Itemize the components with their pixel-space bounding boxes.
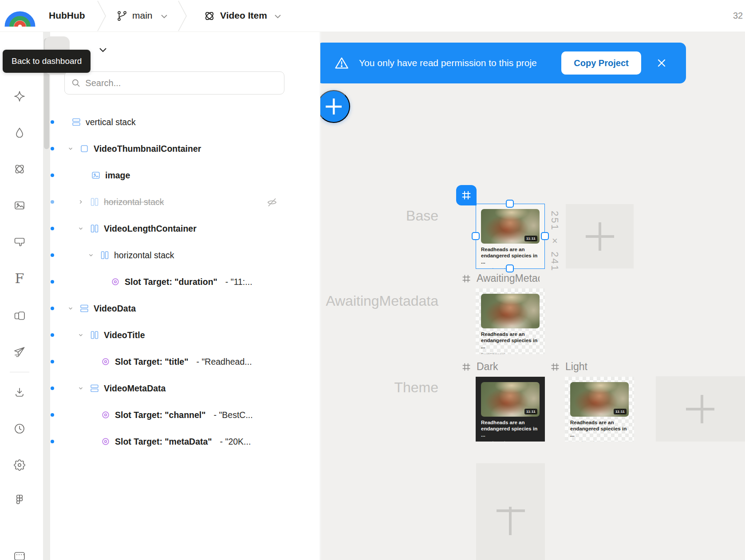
horizontal-stack-icon bbox=[89, 223, 100, 234]
breadcrumb-component[interactable]: Video Item bbox=[220, 10, 267, 21]
variant-card-awaitingmetadata[interactable]: Readheads are anendangered spiecies in .… bbox=[476, 288, 545, 354]
copy-project-button[interactable]: Copy Project bbox=[561, 51, 641, 75]
override-dot bbox=[51, 333, 54, 337]
layer-row-slot-channel[interactable]: Slot Target: "channel" - "BestC... bbox=[0, 402, 320, 428]
layer-row-slot-metadata[interactable]: Slot Target: "metaData" - "20K... bbox=[0, 428, 320, 455]
layer-row-videometadata[interactable]: VideoMetaData bbox=[0, 375, 320, 402]
component-icon bbox=[203, 10, 216, 24]
resize-handle-left[interactable] bbox=[472, 232, 480, 240]
layer-row-image[interactable]: image bbox=[0, 162, 320, 189]
close-icon[interactable] bbox=[652, 53, 671, 73]
override-dot bbox=[51, 120, 54, 124]
override-dot bbox=[51, 307, 54, 310]
duration-badge: 11:11 bbox=[524, 409, 537, 414]
layer-label: VideoThumbnailContainer bbox=[94, 144, 201, 154]
override-dot bbox=[51, 147, 54, 150]
resize-handle-bottom[interactable] bbox=[506, 264, 514, 272]
chevron-down-icon[interactable] bbox=[78, 385, 89, 391]
canvas-row-label-theme: Theme bbox=[394, 379, 438, 396]
banner-message: You only have read permission to this pr… bbox=[359, 58, 560, 68]
override-dot bbox=[51, 386, 54, 390]
warning-icon bbox=[334, 55, 349, 71]
chevron-down-icon[interactable] bbox=[161, 14, 168, 19]
add-variant-tile[interactable] bbox=[656, 376, 745, 442]
search-input[interactable] bbox=[85, 78, 278, 88]
frame-caption-light[interactable]: Light bbox=[550, 361, 587, 373]
layer-row-slot-title[interactable]: Slot Target: "title" - "Readhead... bbox=[0, 348, 320, 375]
chevron-down-icon[interactable] bbox=[274, 14, 281, 19]
add-variant-tile[interactable] bbox=[476, 463, 545, 560]
layer-row-slot-duration[interactable]: Slot Target: "duration" - "11:... bbox=[0, 268, 320, 295]
visibility-off-icon[interactable] bbox=[266, 197, 278, 210]
figma-icon[interactable] bbox=[11, 491, 28, 509]
horizontal-stack-icon bbox=[99, 250, 110, 260]
frame-badge-icon[interactable] bbox=[456, 185, 477, 205]
layer-label: VideoMetaData bbox=[104, 383, 166, 394]
slot-value: - "20K... bbox=[220, 437, 251, 447]
chevron-down-icon[interactable] bbox=[67, 305, 79, 312]
variant-card-light[interactable]: 11:11 Readheads are anendangered spiecie… bbox=[565, 377, 634, 442]
selection-outline bbox=[476, 204, 545, 269]
topbar: HubHub main Video Item 32 bbox=[0, 0, 745, 32]
video-thumbnail-image bbox=[481, 294, 540, 328]
chevron-down-icon[interactable] bbox=[78, 332, 89, 338]
override-dot bbox=[51, 360, 54, 363]
vertical-stack-icon bbox=[71, 117, 82, 127]
settings-gear-icon[interactable] bbox=[11, 456, 28, 474]
layer-row-horizontal-stack-hidden[interactable]: horizontal stack bbox=[0, 189, 320, 215]
resize-handle-right[interactable] bbox=[541, 232, 549, 240]
layer-row-horizontal-stack[interactable]: horizontal stack bbox=[0, 242, 320, 268]
horizontal-stack-icon bbox=[89, 197, 100, 207]
frame-caption-text: Dark bbox=[477, 361, 498, 373]
breadcrumb-app[interactable]: HubHub bbox=[49, 10, 85, 21]
slot-value: - "Readhead... bbox=[196, 357, 252, 367]
override-dot bbox=[51, 227, 54, 230]
layer-label: vertical stack bbox=[86, 117, 136, 127]
layer-row-videodata[interactable]: VideoData bbox=[0, 295, 320, 322]
insert-sparkle-icon[interactable] bbox=[11, 87, 28, 105]
variant-card-dark[interactable]: 11:11 Readheads are anendangered spiecie… bbox=[476, 377, 545, 442]
app-logo[interactable] bbox=[4, 3, 35, 31]
slot-value: - "BestC... bbox=[213, 410, 252, 420]
add-button[interactable] bbox=[317, 90, 350, 123]
chevron-down-icon[interactable] bbox=[67, 146, 79, 152]
override-dot bbox=[51, 280, 54, 284]
chevron-down-icon[interactable] bbox=[78, 225, 89, 232]
frame-caption-awaitingmetadata[interactable]: AwaitingMetadata bbox=[461, 272, 540, 284]
frame-icon bbox=[461, 274, 471, 284]
video-title: Readheads are anendangered spiecies in .… bbox=[481, 419, 540, 438]
slot-value: - "11:... bbox=[225, 277, 252, 287]
chevron-right-icon[interactable] bbox=[78, 199, 89, 205]
layer-row-videotitle[interactable]: VideoTitle bbox=[0, 322, 320, 348]
video-title: Readheads are anendangered spiecies in .… bbox=[481, 331, 540, 350]
chevron-down-icon[interactable] bbox=[88, 252, 99, 258]
layer-label: VideoLengthContainer bbox=[104, 224, 197, 234]
tooltip-text: Back to dashboard bbox=[12, 56, 82, 66]
vertical-stack-icon bbox=[89, 383, 100, 394]
git-branch-icon bbox=[116, 10, 128, 24]
add-variant-tile[interactable] bbox=[566, 204, 634, 268]
image-icon bbox=[91, 170, 101, 181]
layer-row-vertical-stack[interactable]: vertical stack bbox=[0, 109, 320, 135]
zoom-indicator: 32 bbox=[733, 11, 743, 21]
frame-caption-dark[interactable]: Dark bbox=[461, 361, 498, 373]
keyboard-icon[interactable] bbox=[11, 549, 28, 560]
frame-caption-text: AwaitingMetadata bbox=[477, 272, 540, 284]
layer-row-videothumbnailcontainer[interactable]: VideoThumbnailContainer bbox=[0, 135, 320, 162]
breadcrumb-separator bbox=[177, 0, 189, 32]
layer-row-videolengthcontainer[interactable]: VideoLengthContainer bbox=[0, 215, 320, 242]
search-icon bbox=[71, 78, 81, 88]
layer-label: image bbox=[105, 170, 130, 181]
canvas[interactable]: You only have read permission to this pr… bbox=[321, 32, 745, 560]
layer-label: Slot Target: "metaData" bbox=[115, 437, 212, 447]
video-channel: BestChannel bbox=[481, 352, 540, 354]
layer-label: horizontal stack bbox=[114, 250, 174, 260]
slot-target-icon bbox=[100, 436, 111, 447]
layer-label: Slot Target: "duration" bbox=[125, 277, 217, 287]
canvas-row-label-awaitingmetadata: AwaitingMetadata bbox=[326, 293, 438, 309]
vertical-stack-icon bbox=[79, 303, 90, 314]
chevron-down-icon[interactable] bbox=[99, 47, 107, 53]
override-dot bbox=[51, 253, 54, 257]
resize-handle-top[interactable] bbox=[506, 200, 514, 208]
breadcrumb-branch[interactable]: main bbox=[132, 10, 153, 21]
